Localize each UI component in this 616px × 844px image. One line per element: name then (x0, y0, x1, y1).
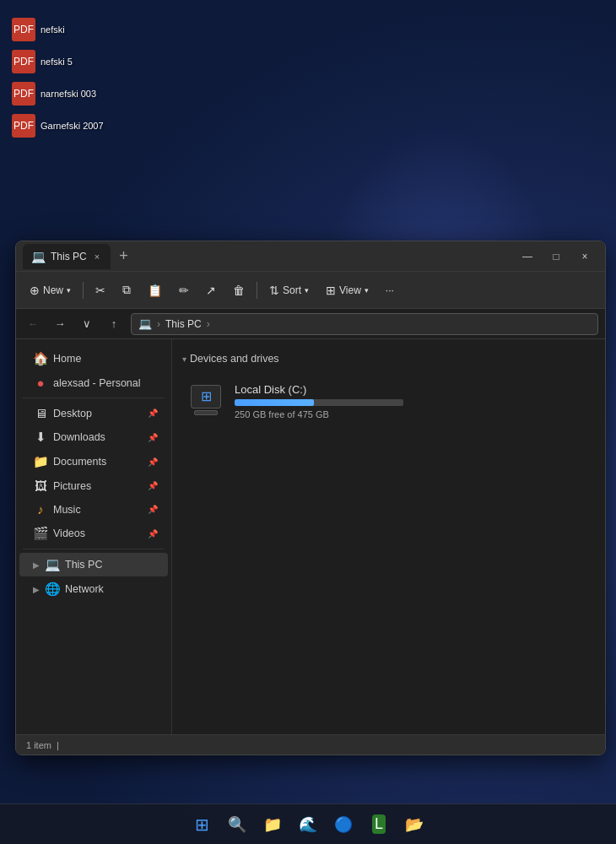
share-icon: ↗ (206, 284, 216, 297)
sidebar-item-network[interactable]: ▶ 🌐 Network (19, 577, 168, 601)
downloads-icon: ⬇ (33, 430, 48, 445)
music-pin-icon: 📌 (148, 505, 158, 514)
desktop-icons-area: PDF nefski PDF nefski 5 PDF narnefski 00… (0, 8, 116, 147)
taskbar-edge[interactable]: 🌊 (293, 809, 323, 840)
drive-c-name: Local Disk (C:) (235, 383, 403, 396)
sort-chevron: ▾ (305, 286, 309, 295)
personal-icon: ● (33, 376, 48, 390)
status-bar: 1 item | (16, 734, 605, 755)
history-button[interactable]: ∨ (77, 314, 97, 334)
rename-button[interactable]: ✏ (172, 280, 196, 300)
sidebar-item-pictures-label: Pictures (53, 480, 91, 492)
delete-button[interactable]: 🗑 (226, 280, 251, 300)
sort-icon: ⇅ (269, 284, 279, 297)
section-toggle-icon[interactable]: ▾ (182, 354, 186, 364)
tab-close-button[interactable]: × (92, 251, 102, 262)
red-app-icon: 📂 (405, 815, 424, 834)
cut-button[interactable]: ✂ (89, 280, 112, 300)
desktop-icon-1[interactable]: PDF nefski (7, 15, 109, 44)
videos-pin-icon: 📌 (148, 529, 158, 538)
taskbar-chrome[interactable]: 🔵 (328, 809, 359, 840)
forward-button[interactable]: → (50, 314, 70, 334)
taskbar-file-explorer[interactable]: 📁 (257, 809, 288, 840)
tab-icon: 💻 (31, 250, 46, 263)
downloads-pin-icon: 📌 (148, 433, 158, 442)
pictures-pin-icon: 📌 (148, 481, 158, 490)
rename-icon: ✏ (179, 284, 189, 297)
taskbar-search[interactable]: 🔍 (222, 809, 252, 840)
music-icon: ♪ (33, 502, 48, 517)
this-pc-icon: 💻 (45, 557, 60, 572)
status-separator: | (57, 740, 59, 750)
new-tab-button[interactable]: + (112, 246, 135, 267)
documents-icon: 📁 (33, 454, 48, 469)
sidebar-item-this-pc-label: This PC (65, 559, 102, 571)
desktop-icon-label-1: nefski (41, 24, 65, 35)
sidebar-item-home[interactable]: 🏠 Home (19, 347, 168, 371)
green-app-icon: L (372, 814, 386, 834)
icon-pdf-1: PDF (12, 18, 35, 41)
sidebar-item-desktop-label: Desktop (53, 408, 92, 419)
sidebar-item-documents[interactable]: 📁 Documents 📌 (19, 450, 168, 473)
drive-c-size-label: 250 GB free of 475 GB (235, 409, 403, 419)
minimize-button[interactable]: — (514, 246, 541, 267)
copy-button[interactable]: ⧉ (116, 279, 138, 300)
sidebar-item-videos[interactable]: 🎬 Videos 📌 (19, 522, 168, 545)
sidebar-item-music[interactable]: ♪ Music 📌 (19, 498, 168, 521)
view-icon: ⊞ (326, 284, 336, 297)
toolbar-separator-2 (257, 282, 257, 299)
network-icon: 🌐 (45, 582, 60, 597)
drive-item-c[interactable]: ⊞ Local Disk (C:) 250 GB free of 475 GB (182, 376, 595, 426)
toolbar: ⊕ New ▾ ✂ ⧉ 📋 ✏ ↗ 🗑 (16, 272, 605, 309)
tab-this-pc[interactable]: 💻 This PC × (23, 244, 111, 269)
view-label: View (339, 284, 361, 296)
new-label: New (43, 284, 63, 296)
path-separator-2: › (207, 318, 210, 330)
maximize-button[interactable]: □ (543, 246, 570, 267)
content-area: 🏠 Home ● alexsad - Personal 🖥 Desktop 📌 … (16, 339, 605, 734)
sort-label: Sort (283, 284, 301, 296)
share-button[interactable]: ↗ (199, 280, 223, 300)
paste-button[interactable]: 📋 (141, 280, 169, 300)
file-explorer-icon: 📁 (263, 815, 282, 834)
desktop-icon-label-4: Garnefski 2007 (41, 121, 104, 131)
sidebar-item-music-label: Music (53, 504, 81, 516)
address-path-box[interactable]: 💻 › This PC › (131, 313, 598, 335)
address-bar: ← → ∨ ↑ 💻 › This PC › (16, 309, 605, 339)
path-computer-icon: 💻 (138, 317, 152, 330)
new-button[interactable]: ⊕ New ▾ (23, 280, 78, 300)
cut-icon: ✂ (95, 284, 105, 297)
videos-icon: 🎬 (33, 526, 48, 541)
windows-start-icon: ⊞ (195, 814, 209, 835)
desktop-icon-2[interactable]: PDF nefski 5 (7, 47, 109, 76)
paste-icon: 📋 (148, 284, 162, 297)
sort-button[interactable]: ⇅ Sort ▾ (262, 280, 316, 300)
view-button[interactable]: ⊞ View ▾ (319, 280, 376, 300)
more-button[interactable]: ··· (379, 281, 401, 300)
taskbar: ⊞ 🔍 📁 🌊 🔵 L 📂 (0, 803, 616, 844)
desktop-icon-4[interactable]: PDF Garnefski 2007 (7, 111, 109, 140)
path-this-pc: This PC (165, 318, 202, 330)
sidebar-item-pictures[interactable]: 🖼 Pictures 📌 (19, 474, 168, 497)
desktop-icon-sidebar: 🖥 (33, 406, 48, 420)
sidebar-item-downloads[interactable]: ⬇ Downloads 📌 (19, 425, 168, 449)
new-chevron: ▾ (67, 286, 71, 295)
taskbar-windows-start[interactable]: ⊞ (186, 809, 217, 840)
desktop-icon-3[interactable]: PDF narnefski 003 (7, 79, 109, 108)
sidebar-item-this-pc[interactable]: ▶ 💻 This PC (19, 553, 168, 576)
up-button[interactable]: ↑ (104, 314, 124, 334)
taskbar-app-red[interactable]: 📂 (399, 809, 430, 840)
back-button[interactable]: ← (23, 314, 43, 334)
taskbar-app-green[interactable]: L (364, 809, 394, 840)
sidebar-item-personal-label: alexsad - Personal (53, 377, 141, 389)
devices-section-header: ▾ Devices and drives (182, 349, 595, 368)
sidebar-item-personal[interactable]: ● alexsad - Personal (19, 371, 168, 394)
edge-icon: 🌊 (299, 815, 317, 834)
icon-pdf-4: PDF (12, 114, 35, 138)
more-icon: ··· (386, 284, 394, 296)
window-controls: — □ × (514, 246, 598, 267)
close-button[interactable]: × (571, 246, 598, 267)
drive-c-progress-fill (235, 399, 314, 406)
main-content-area: ▾ Devices and drives ⊞ (172, 339, 605, 734)
sidebar-item-desktop[interactable]: 🖥 Desktop 📌 (19, 402, 168, 425)
